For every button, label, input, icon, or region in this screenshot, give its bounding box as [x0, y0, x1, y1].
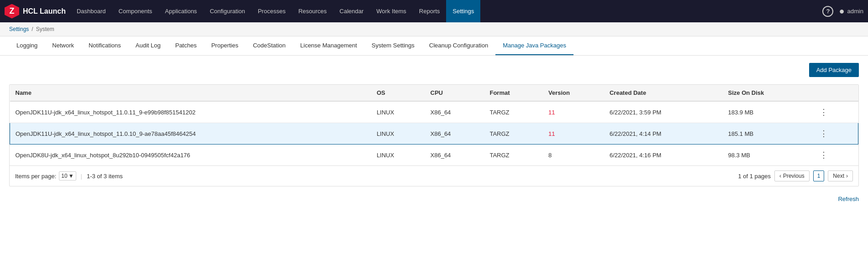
help-button[interactable]: ? [822, 6, 833, 17]
cell-cpu: X86_64 [425, 123, 484, 144]
tab-cleanup-configuration[interactable]: Cleanup Configuration [422, 36, 495, 55]
col-os: OS [371, 85, 425, 101]
sub-navigation: Logging Network Notifications Audit Log … [0, 36, 868, 56]
packages-table-wrapper: Name OS CPU Format Version Created Date … [9, 84, 859, 186]
toolbar: Add Package [9, 63, 859, 77]
breadcrumb-parent[interactable]: Settings [9, 26, 29, 32]
col-version: Version [543, 85, 604, 101]
cell-size: 183.9 MB [723, 101, 811, 123]
tab-manage-java-packages[interactable]: Manage Java Packages [495, 36, 573, 55]
cell-row-actions: ⋮ [811, 144, 858, 166]
packages-table: Name OS CPU Format Version Created Date … [10, 85, 858, 165]
col-created-date: Created Date [604, 85, 723, 101]
items-range: 1-3 of 3 items [87, 173, 123, 180]
prev-chevron-icon: ‹ [779, 173, 781, 179]
tab-notifications[interactable]: Notifications [81, 36, 128, 55]
cell-os: LINUX [371, 123, 425, 144]
tab-audit-log[interactable]: Audit Log [128, 36, 168, 55]
next-chevron-icon: › [846, 173, 848, 179]
nav-item-settings[interactable]: Settings [446, 0, 480, 22]
cell-size: 185.1 MB [723, 123, 811, 144]
cell-os: LINUX [371, 101, 425, 123]
nav-item-calendar[interactable]: Calendar [333, 0, 370, 22]
cell-format: TARGZ [484, 101, 543, 123]
table-row[interactable]: OpenJDK11U-jdk_x64_linux_hotspot_11.0.11… [10, 101, 858, 123]
nav-item-reports[interactable]: Reports [413, 0, 447, 22]
breadcrumb-separator: / [32, 26, 33, 32]
cell-cpu: X86_64 [425, 101, 484, 123]
cell-created-date: 6/22/2021, 4:16 PM [604, 144, 723, 166]
table-body: OpenJDK11U-jdk_x64_linux_hotspot_11.0.11… [10, 101, 858, 165]
cell-format: TARGZ [484, 123, 543, 144]
nav-item-processes[interactable]: Processes [252, 0, 292, 22]
col-actions [811, 85, 858, 101]
row-actions-button[interactable]: ⋮ [817, 149, 831, 161]
refresh-link[interactable]: Refresh [838, 196, 859, 202]
cell-os: LINUX [371, 144, 425, 166]
col-size-on-disk: Size On Disk [723, 85, 811, 101]
main-content: Add Package Name OS CPU Format Version C… [0, 56, 868, 194]
cell-name: OpenJDK11U-jdk_x64_linux_hotspot_11.0.11… [10, 101, 371, 123]
tab-patches[interactable]: Patches [168, 36, 204, 55]
tab-properties[interactable]: Properties [204, 36, 246, 55]
pagination: Items per page: 10 ▼ | 1-3 of 3 items 1 … [10, 165, 858, 186]
tab-network[interactable]: Network [45, 36, 81, 55]
per-page-value: 10 [61, 173, 67, 179]
pipe-separator: | [81, 173, 82, 180]
cell-cpu: X86_64 [425, 144, 484, 166]
tab-system-settings[interactable]: System Settings [364, 36, 422, 55]
col-name: Name [10, 85, 371, 101]
prev-label: Previous [783, 173, 805, 179]
cell-name: OpenJDK11U-jdk_x64_linux_hotspot_11.0.10… [10, 123, 371, 144]
cell-version: 11 [543, 101, 604, 123]
nav-items: Dashboard Components Applications Config… [70, 0, 823, 22]
refresh-bar: Refresh [0, 194, 868, 204]
cell-created-date: 6/22/2021, 4:14 PM [604, 123, 723, 144]
cell-version: 8 [543, 144, 604, 166]
cell-created-date: 6/22/2021, 3:59 PM [604, 101, 723, 123]
row-actions-button[interactable]: ⋮ [817, 128, 831, 139]
table-header: Name OS CPU Format Version Created Date … [10, 85, 858, 101]
add-package-button[interactable]: Add Package [809, 63, 859, 77]
logo-icon: Z [5, 4, 19, 19]
cell-row-actions: ⋮ [811, 123, 858, 144]
user-icon: ● [839, 6, 844, 16]
tab-license-management[interactable]: License Management [293, 36, 364, 55]
per-page-select[interactable]: 10 ▼ [59, 171, 76, 181]
current-page-number: 1 [813, 170, 825, 181]
nav-item-dashboard[interactable]: Dashboard [70, 0, 112, 22]
nav-item-configuration[interactable]: Configuration [203, 0, 251, 22]
next-page-button[interactable]: Next › [828, 170, 853, 181]
logo-text: HCL Launch [23, 7, 66, 15]
nav-item-workitems[interactable]: Work Items [370, 0, 413, 22]
user-label: admin [847, 8, 863, 15]
tab-codestation[interactable]: CodeStation [246, 36, 293, 55]
table-row[interactable]: OpenJDK8U-jdk_x64_linux_hotspot_8u292b10… [10, 144, 858, 166]
nav-right: ? ● admin [822, 6, 863, 17]
col-cpu: CPU [425, 85, 484, 101]
row-actions-button[interactable]: ⋮ [817, 106, 831, 118]
top-navigation: Z HCL Launch Dashboard Components Applic… [0, 0, 868, 22]
col-format: Format [484, 85, 543, 101]
cell-version: 11 [543, 123, 604, 144]
logo[interactable]: Z HCL Launch [5, 4, 66, 19]
pagination-right: 1 of 1 pages ‹ Previous 1 Next › [738, 170, 853, 181]
cell-format: TARGZ [484, 144, 543, 166]
prev-page-button[interactable]: ‹ Previous [774, 170, 810, 181]
pagination-left: Items per page: 10 ▼ | 1-3 of 3 items [15, 171, 123, 181]
nav-item-resources[interactable]: Resources [292, 0, 333, 22]
items-per-page-label: Items per page: [15, 173, 56, 180]
breadcrumb: Settings / System [0, 22, 868, 36]
per-page-dropdown-icon: ▼ [68, 173, 74, 179]
next-label: Next [833, 173, 844, 179]
nav-item-components[interactable]: Components [112, 0, 159, 22]
user-menu[interactable]: ● admin [839, 6, 863, 16]
cell-name: OpenJDK8U-jdk_x64_linux_hotspot_8u292b10… [10, 144, 371, 166]
table-row[interactable]: OpenJDK11U-jdk_x64_linux_hotspot_11.0.10… [10, 123, 858, 144]
breadcrumb-current: System [36, 26, 54, 32]
cell-row-actions: ⋮ [811, 101, 858, 123]
nav-item-applications[interactable]: Applications [158, 0, 203, 22]
tab-logging[interactable]: Logging [9, 36, 45, 55]
page-info: 1 of 1 pages [738, 173, 771, 180]
cell-size: 98.3 MB [723, 144, 811, 166]
